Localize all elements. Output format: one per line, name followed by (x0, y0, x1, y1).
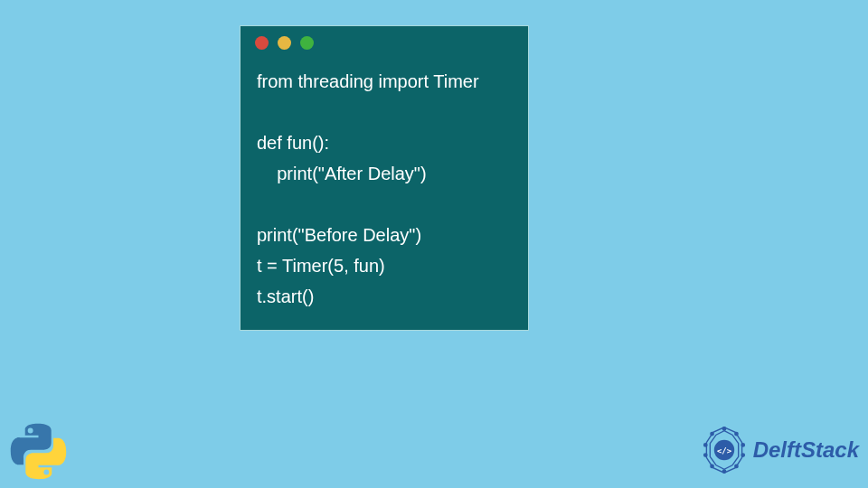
svg-point-9 (711, 432, 713, 435)
svg-text:</>: </> (717, 446, 731, 455)
svg-point-2 (741, 444, 744, 446)
svg-point-4 (734, 465, 737, 467)
python-logo-icon (9, 422, 68, 481)
delftstack-brand: </> DelftStack (699, 425, 859, 475)
code-window: from threading import Timer def fun(): p… (240, 25, 529, 331)
svg-point-8 (703, 444, 706, 446)
svg-point-7 (703, 454, 706, 456)
maximize-icon (300, 36, 314, 50)
delftstack-logo-icon: </> (699, 425, 750, 475)
svg-point-5 (722, 470, 725, 473)
svg-point-0 (722, 427, 725, 430)
svg-point-6 (711, 465, 713, 467)
svg-point-3 (741, 454, 744, 456)
window-titlebar (241, 26, 528, 59)
close-icon (255, 36, 269, 50)
code-block: from threading import Timer def fun(): p… (241, 59, 528, 312)
minimize-icon (278, 36, 291, 50)
svg-point-1 (734, 432, 737, 435)
brand-name: DelftStack (753, 437, 859, 463)
